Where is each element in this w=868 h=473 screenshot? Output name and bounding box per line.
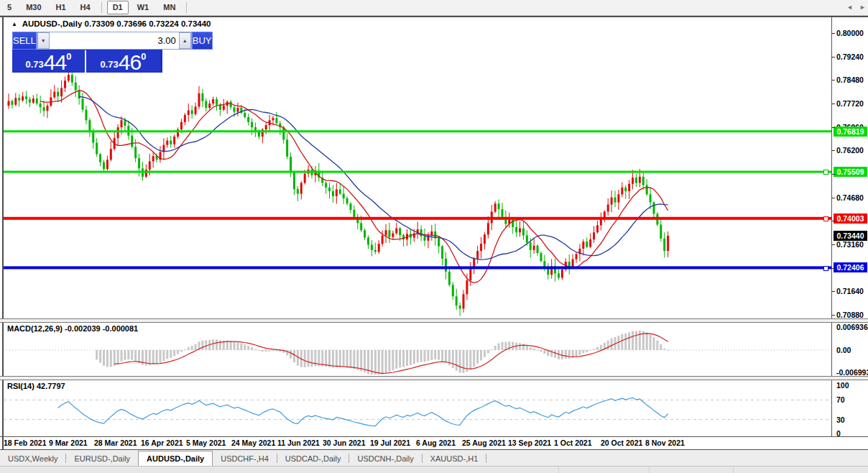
macd-histogram-bar (646, 333, 648, 350)
candle-down (445, 259, 447, 272)
volume-increase-icon[interactable]: ▲ (179, 32, 191, 49)
candle-up (272, 118, 274, 120)
sell-button[interactable]: SELL (12, 32, 37, 50)
price-tick: 0.76200 (836, 145, 868, 155)
pivot-level-tag[interactable]: 0.74003 (834, 213, 867, 224)
candle-down (332, 191, 334, 196)
candle-down (420, 229, 423, 236)
volume-input[interactable] (50, 32, 179, 49)
candle-down (325, 183, 327, 187)
macd-histogram-bar (247, 346, 249, 350)
line-handle[interactable] (823, 216, 828, 221)
strip-divider (733, 467, 734, 473)
buy-button[interactable]: BUY (192, 32, 213, 50)
candle-up (561, 270, 563, 278)
macd-histogram-bar (438, 350, 440, 360)
tab-eurusd-daily[interactable]: EURUSD-,Daily (66, 452, 138, 466)
candle-down (349, 203, 351, 210)
rsi-tick: 30 (836, 415, 868, 425)
macd-histogram-bar (628, 332, 630, 350)
date-tick: 28 Mar 2021 (94, 438, 137, 447)
horizontal-level-line[interactable] (4, 171, 831, 173)
candle-up (463, 294, 465, 308)
candle-down (353, 210, 355, 217)
timeframe-mn-button[interactable]: MN (157, 1, 181, 14)
macd-histogram-bar (399, 350, 401, 368)
timeframe-d1-button[interactable]: D1 (107, 1, 129, 14)
volume-decrease-icon[interactable]: ▼ (37, 32, 50, 49)
macd-tick: 0.00 (836, 345, 868, 355)
tab-xauusd-h1[interactable]: XAUUSD-,H1 (423, 452, 486, 466)
candle-up (145, 170, 147, 177)
candle-down (282, 127, 285, 139)
toolbar-separator (186, 2, 187, 13)
candle-down (660, 224, 662, 238)
tab-audusd-daily[interactable]: AUDUSD-,Daily (138, 451, 213, 466)
macd-histogram-bar (663, 349, 665, 350)
candle-up (117, 127, 119, 138)
macd-histogram-bar (321, 350, 323, 367)
macd-histogram-bar (427, 350, 429, 361)
timeframe-h4-button[interactable]: H4 (75, 1, 96, 14)
macd-histogram-bar (385, 350, 387, 373)
collapse-panel-icon[interactable]: ▲ (11, 21, 17, 27)
candle-up (195, 106, 197, 114)
macd-histogram-bar (501, 342, 503, 350)
date-tick: 1 Oct 2021 (554, 438, 592, 447)
symbol-ohlc-text: AUDUSD-,Daily 0.73309 0.73696 0.73224 0.… (22, 19, 211, 28)
axis-tick-mark (831, 80, 835, 81)
tab-usdcad-daily[interactable]: USDCAD-,Daily (277, 452, 349, 466)
pane-separator[interactable] (0, 318, 868, 323)
resistance-level-tag[interactable]: 0.76819 (834, 127, 867, 137)
tab-scroll-left-icon[interactable]: ◄ (846, 4, 853, 11)
axis-tick-mark (831, 127, 835, 128)
rsi-title: RSI(14) 42.7797 (7, 382, 65, 390)
candle-up (121, 120, 123, 127)
macd-histogram-bar (131, 350, 133, 360)
support-level-tag[interactable]: 0.72406 (834, 262, 867, 272)
moving-average-line (40, 91, 668, 283)
timeframe-m5-button[interactable]: 5 (1, 1, 17, 14)
tab-usdx-weekly[interactable]: USDX,Weekly (0, 452, 65, 466)
tab-usdchf-h4[interactable]: USDCHF-,H4 (213, 452, 277, 466)
candle-up (265, 125, 267, 129)
macd-histogram-bar (395, 350, 397, 369)
macd-histogram-bar (117, 350, 119, 364)
date-tick: 25 Aug 2021 (462, 438, 506, 447)
sell-price-display[interactable]: 0.73 44 0 (12, 50, 86, 73)
macd-histogram-bar (325, 350, 327, 367)
macd-histogram-bar (494, 346, 497, 350)
timeframe-h1-button[interactable]: H1 (50, 1, 72, 14)
tab-usdcnh-daily[interactable]: USDCNH-,Daily (349, 452, 421, 466)
candle-up (208, 104, 211, 108)
candle-down (96, 143, 98, 155)
horizontal-level-line[interactable] (4, 217, 831, 220)
macd-histogram-bar (346, 350, 348, 368)
resistance-level-tag[interactable]: 0.75509 (834, 167, 867, 177)
horizontal-level-line[interactable] (4, 130, 831, 132)
candle-down (646, 185, 648, 194)
macd-histogram-bar (491, 349, 493, 350)
rsi-indicator-pane[interactable] (4, 380, 831, 436)
tab-scroll-right-icon[interactable]: ► (859, 4, 866, 11)
macd-histogram-bar (349, 350, 351, 368)
date-tick: 20 Oct 2021 (601, 438, 642, 447)
candle-down (635, 178, 637, 183)
candle-down (88, 120, 91, 132)
pane-separator[interactable] (0, 376, 868, 380)
horizontal-level-line[interactable] (4, 266, 831, 269)
macd-histogram-bar (262, 350, 264, 352)
line-handle[interactable] (823, 266, 828, 271)
macd-histogram-bar (607, 341, 609, 350)
candle-up (582, 242, 584, 249)
timeframe-m30-button[interactable]: M30 (20, 1, 47, 14)
candle-down (526, 236, 528, 243)
line-handle[interactable] (823, 170, 828, 175)
macd-histogram-bar (519, 343, 521, 350)
axis-tick-mark (831, 150, 835, 151)
macd-histogram-bar (173, 350, 175, 356)
timeframe-w1-button[interactable]: W1 (131, 1, 155, 14)
buy-price-display[interactable]: 0.73 46 0 (86, 50, 160, 73)
candle-up (593, 232, 595, 239)
macd-histogram-bar (272, 350, 274, 351)
